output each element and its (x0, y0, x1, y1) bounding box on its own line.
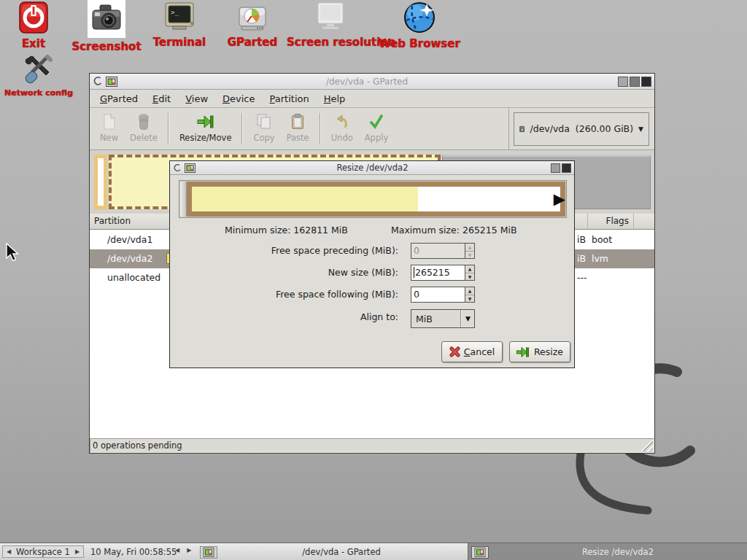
workspace-next-icon[interactable]: ▶ (75, 548, 80, 555)
screenshot-icon (90, 2, 123, 36)
taskbar-clock: 10 May, Fri 00:58:55 (90, 547, 177, 557)
taskbar-task-gparted[interactable]: /dev/vda - GParted (197, 544, 465, 560)
gparted-icon (236, 1, 269, 34)
menu-partition[interactable]: Partition (263, 91, 317, 106)
taskbar: ◀ Workspace 1 ▶ 10 May, Fri 00:58:55 ◀ ▶… (0, 542, 747, 560)
statusbar-text: 0 operations pending (93, 440, 182, 451)
gparted-mini-icon (106, 77, 117, 87)
spin-up-icon[interactable]: ▲ (465, 265, 474, 273)
resize-right-handle-icon[interactable]: ▶ (554, 192, 565, 207)
resize-dialog: Resize /dev/vda2 ▶ Minimum size: 162811 … (169, 160, 575, 368)
desktop-icon-label: Exit (0, 37, 67, 50)
toolbar-separator (241, 113, 243, 144)
desktop-icon-label: Network config (4, 88, 71, 98)
new-partition-icon (103, 114, 116, 130)
menu-help[interactable]: Help (317, 91, 353, 106)
maximize-button[interactable] (630, 77, 640, 87)
spin-buttons[interactable]: ▲ ▼ (465, 244, 474, 258)
resize-move-button[interactable]: Resize/Move (174, 110, 238, 149)
delete-partition-icon (138, 114, 150, 130)
dialog-close-button[interactable] (562, 163, 571, 173)
network-config-icon (21, 52, 55, 86)
menu-device[interactable]: Device (215, 91, 262, 106)
toolbar-separator (320, 113, 321, 144)
spin-up-icon[interactable]: ▲ (465, 287, 474, 295)
chevron-down-icon: ▼ (638, 125, 643, 133)
resize-grip[interactable] (640, 438, 653, 451)
copy-button[interactable]: Copy (247, 110, 280, 149)
taskbar-task-resize-dialog[interactable]: Resize /dev/vda2 (468, 543, 747, 560)
task-icon (471, 546, 489, 559)
window-swirl-icon (93, 76, 103, 87)
spin-buttons[interactable]: ▲ ▼ (465, 287, 474, 302)
paste-icon (291, 114, 304, 130)
toolbar: New Delete Resize/Move Copy Paste (90, 108, 654, 150)
cancel-button[interactable]: Cancel (441, 341, 503, 362)
free-space-preceding-field[interactable]: 0 ▲ ▼ (411, 243, 475, 259)
new-button[interactable]: New (94, 110, 124, 149)
resize-left-handle[interactable] (180, 182, 187, 217)
apply-button[interactable]: Apply (359, 110, 394, 149)
dialog-maximize-button[interactable] (551, 163, 560, 173)
free-space-following-field[interactable]: 0 ▲ ▼ (411, 287, 475, 303)
terminal-icon: >_ (163, 1, 196, 34)
resize-slider: ▶ (179, 180, 567, 218)
chevron-down-icon: ▼ (462, 315, 474, 322)
device-selector[interactable]: /dev/vda (260.00 GiB) ▼ (514, 112, 649, 146)
desktop-icon-terminal[interactable]: >_ Terminal (144, 1, 214, 49)
spin-down-icon[interactable]: ▼ (465, 273, 474, 281)
task-icon (200, 546, 217, 559)
spin-up-icon[interactable]: ▲ (465, 244, 474, 252)
task-scroll-arrows: ◀ ▶ (175, 547, 191, 553)
main-window-title: /dev/vda - GParted (117, 77, 616, 87)
desktop-icon-label: GParted (217, 36, 287, 49)
apply-icon (369, 114, 384, 130)
dialog-title: Resize /dev/vda2 (196, 163, 549, 173)
mouse-cursor (6, 243, 20, 263)
menu-view[interactable]: View (178, 91, 215, 106)
spin-down-icon[interactable]: ▼ (465, 295, 474, 303)
desktop-icon-label: Web Browser (376, 37, 463, 50)
menu-gparted[interactable]: GParted (93, 91, 145, 106)
desktop-icon-gparted[interactable]: GParted (217, 1, 287, 49)
spin-down-icon[interactable]: ▼ (465, 252, 474, 259)
column-header-end (634, 214, 654, 230)
dialog-titlebar[interactable]: Resize /dev/vda2 (170, 161, 574, 175)
align-to-dropdown[interactable]: MiB ▼ (411, 309, 475, 328)
new-size-field[interactable]: 265215 ▲ ▼ (411, 265, 475, 281)
close-button[interactable] (641, 77, 651, 87)
resize-confirm-button[interactable]: Resize (509, 341, 570, 362)
toolbar-separator (168, 113, 169, 144)
device-combo-zone: /dev/vda (260.00 GiB) ▼ (508, 108, 654, 149)
column-header-flags[interactable]: Flags (588, 214, 634, 230)
copy-icon (257, 114, 271, 130)
minimize-button[interactable] (618, 77, 628, 87)
minimum-size-label: Minimum size: 162811 MiB (225, 225, 348, 236)
text-caret (414, 267, 414, 278)
maximum-size-label: Maximum size: 265215 MiB (391, 225, 517, 236)
spin-buttons[interactable]: ▲ ▼ (465, 265, 474, 280)
partition-visual-vda1[interactable] (94, 155, 107, 209)
desktop-icon-exit[interactable]: Exit (0, 1, 67, 50)
task-scroll-left-icon[interactable]: ◀ (175, 547, 179, 553)
desktop-icon-label: Terminal (144, 36, 214, 49)
device-drive-icon (519, 120, 525, 138)
paste-button[interactable]: Paste (281, 110, 315, 149)
workspace-prev-icon[interactable]: ◀ (7, 548, 11, 555)
main-window-titlebar[interactable]: /dev/vda - GParted (90, 74, 654, 90)
desktop-icon-label: Screenshot (71, 40, 142, 53)
task-scroll-right-icon[interactable]: ▶ (187, 547, 191, 553)
desktop-icon-screen-resolution[interactable]: Screen resolution (287, 1, 374, 49)
statusbar: 0 operations pending (90, 438, 654, 453)
desktop-icon-network-config[interactable]: Network config (4, 52, 71, 98)
undo-button[interactable]: Undo (325, 110, 359, 149)
screen-resolution-icon (314, 1, 347, 34)
resize-border-area: ▶ (187, 182, 565, 217)
delete-button[interactable]: Delete (124, 110, 163, 149)
desktop-icon-screenshot[interactable]: Screenshot (71, 0, 142, 53)
svg-text:>_: >_ (171, 9, 179, 16)
desktop-icon-web-browser[interactable]: Web Browser (376, 0, 463, 50)
menu-edit[interactable]: Edit (145, 91, 178, 106)
window-swirl-icon (173, 163, 182, 173)
workspace-switcher[interactable]: ◀ Workspace 1 ▶ (2, 545, 84, 558)
